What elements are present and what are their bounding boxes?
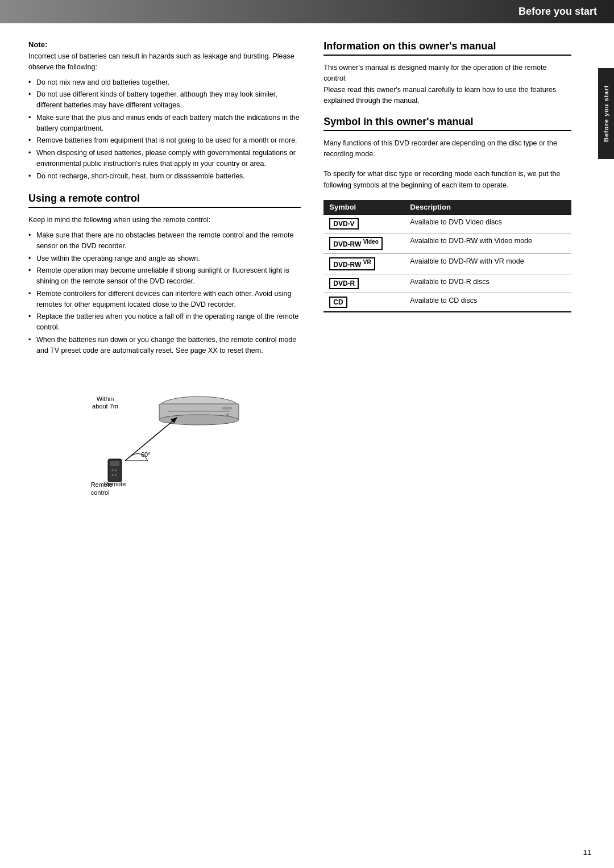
page-number: 11 — [583, 848, 591, 857]
symbol-section: Symbol in this owner's manual Many funct… — [323, 116, 571, 313]
list-item: Do not mix new and old batteries togethe… — [28, 77, 301, 88]
symbol-para2: To specify for what disc type or recordi… — [323, 169, 571, 191]
header-title: Before you start — [518, 6, 597, 17]
dvd-rw-vr-badge: DVD-RW VR — [329, 257, 375, 270]
main-content: Note: Incorrect use of batteries can res… — [0, 23, 614, 503]
list-item: Do not use different kinds of battery to… — [28, 89, 301, 111]
table-row: DVD-RW Video Avaialble to DVD-RW with Vi… — [323, 233, 571, 254]
note-label: Note: — [28, 40, 301, 49]
info-heading: Information on this owner's manual — [323, 40, 571, 56]
diagram-section: Within about 7m 60° — [28, 373, 301, 486]
list-item: Remote controllers for different devices… — [28, 289, 301, 310]
left-column: Note: Incorrect use of batteries can res… — [28, 40, 301, 486]
remote-intro: Keep in mind the following when using th… — [28, 215, 301, 226]
remote-control-section: Using a remote control Keep in mind the … — [28, 193, 301, 356]
video-sub: Video — [363, 239, 379, 245]
desc-cell: Available to DVD Video discs — [404, 215, 571, 233]
table-header-row: Symbol Description — [323, 200, 571, 215]
dvd-rw-video-badge: DVD-RW Video — [329, 237, 383, 250]
list-item: When disposing of used batteries, please… — [28, 148, 301, 169]
table-row: CD Available to CD discs — [323, 293, 571, 312]
within-label: Within — [96, 395, 114, 402]
list-item: When the batteries run down or you chang… — [28, 335, 301, 356]
symbol-table: Symbol Description DVD-V Available to DV… — [323, 200, 571, 312]
desc-cell: Avaialble to DVD-RW with Video mode — [404, 233, 571, 254]
remote-button2 — [115, 469, 117, 471]
page: Before you start Before you start Note: … — [0, 0, 614, 868]
symbol-cell: DVD-RW Video — [323, 233, 404, 254]
remote-button4 — [115, 474, 117, 476]
desc-cell: Available to DVD-R discs — [404, 274, 571, 293]
list-item: Use within the operating range and angle… — [28, 253, 301, 264]
table-row: DVD-R Available to DVD-R discs — [323, 274, 571, 293]
symbol-cell: DVD-R — [323, 274, 404, 293]
list-item: Make sure that the plus and minus ends o… — [28, 112, 301, 134]
table-row: DVD-RW VR Avaialble to DVD-RW with VR mo… — [323, 254, 571, 274]
remote-heading: Using a remote control — [28, 193, 301, 208]
side-tab: Before you start — [598, 68, 614, 159]
list-item: Replace the batteries when you notice a … — [28, 311, 301, 333]
info-section: Information on this owner's manual This … — [323, 40, 571, 107]
dvd-recorder-shape — [159, 397, 239, 425]
vr-sub: VR — [363, 259, 371, 265]
remote-button3 — [111, 474, 114, 476]
dvd-r-badge: DVD-R — [329, 278, 359, 289]
svg-rect-4 — [222, 407, 232, 410]
about-label: about 7m — [92, 403, 118, 410]
desc-cell: Available to CD discs — [404, 293, 571, 312]
list-item: Remove batteries from equipment that is … — [28, 135, 301, 146]
remote-button1 — [111, 469, 114, 471]
cd-badge: CD — [329, 297, 347, 308]
dvd-v-badge: DVD-V — [329, 218, 358, 229]
table-row: DVD-V Available to DVD Video discs — [323, 215, 571, 233]
note-intro: Incorrect use of batteries can result in… — [28, 51, 301, 73]
col-desc-header: Description — [404, 200, 571, 215]
remote-bullets: Make sure that there are no obstacles be… — [28, 230, 301, 356]
remote-screen — [110, 461, 119, 466]
col-symbol-header: Symbol — [323, 200, 404, 215]
remote-diagram-svg: Within about 7m 60° — [74, 373, 256, 486]
header-bar: Before you start — [0, 0, 614, 23]
list-item: Make sure that there are no obstacles be… — [28, 230, 301, 252]
info-para1: This owner's manual is designed mainly f… — [323, 62, 571, 107]
symbol-cell: DVD-RW VR — [323, 254, 404, 274]
svg-point-5 — [226, 414, 229, 417]
right-column: Information on this owner's manual This … — [323, 40, 591, 486]
list-item: Do not recharge, short-circuit, heat, bu… — [28, 171, 301, 182]
remote-control-caption: Remote control — [91, 481, 113, 497]
note-bullets: Do not mix new and old batteries togethe… — [28, 77, 301, 182]
range-line — [125, 418, 176, 461]
desc-cell: Avaialble to DVD-RW with VR mode — [404, 254, 571, 274]
note-section: Note: Incorrect use of batteries can res… — [28, 40, 301, 181]
angle-label: 60° — [141, 451, 151, 458]
diagram-illustration: Within about 7m 60° — [74, 373, 256, 486]
symbol-cell: DVD-V — [323, 215, 404, 233]
symbol-heading: Symbol in this owner's manual — [323, 116, 571, 131]
symbol-cell: CD — [323, 293, 404, 312]
symbol-para1: Many functions of this DVD recorder are … — [323, 138, 571, 160]
list-item: Remote operation may become unreliable i… — [28, 265, 301, 287]
symbol-table-body: DVD-V Available to DVD Video discs DVD-R… — [323, 215, 571, 312]
